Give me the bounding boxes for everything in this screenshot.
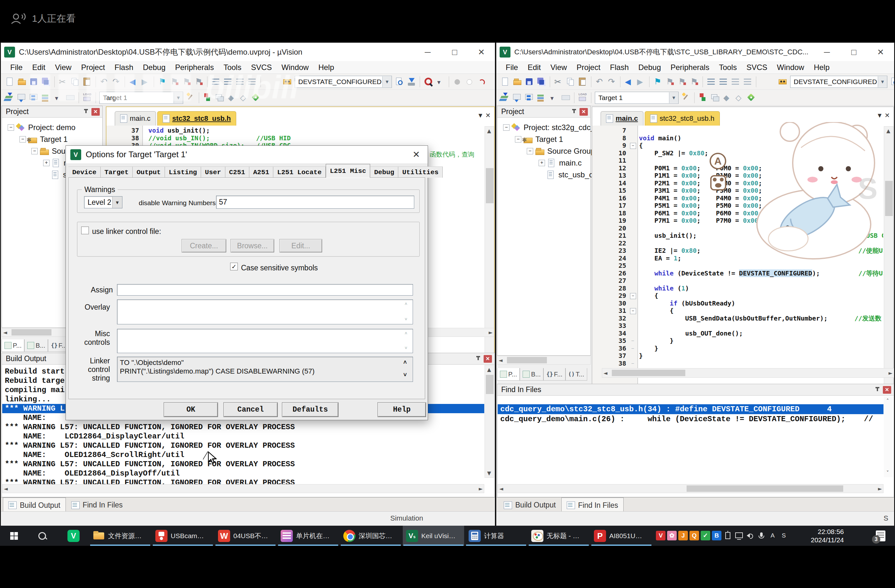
menu-edit[interactable]: Edit [523, 63, 546, 72]
menu-project[interactable]: Project [76, 63, 110, 72]
menu-peripherals[interactable]: Peripherals [666, 63, 714, 72]
window-titlebar[interactable]: VC:\Users\Administrator\Desktop\04.USB不停… [496, 43, 894, 61]
dialog-tab-listing[interactable]: Listing [165, 167, 201, 178]
maximize-button[interactable]: □ [840, 43, 867, 61]
docfind-icon[interactable] [890, 76, 894, 88]
case-sensitive-checkbox[interactable]: ✓ [230, 263, 238, 270]
undo-icon[interactable] [595, 76, 605, 88]
close-icon[interactable]: ✕ [484, 355, 492, 363]
tray-usb-device-icon[interactable] [723, 531, 733, 540]
flagg-icon[interactable] [677, 76, 687, 88]
scroll-down-icon[interactable]: ˅ [886, 470, 889, 476]
find-result-line[interactable]: cdc_query_demo\stc32_stc8_usb.h(34) : #d… [498, 404, 883, 414]
expander-icon[interactable]: − [20, 136, 26, 142]
editor-vscrollbar[interactable]: ▲▼ [485, 126, 494, 379]
menu-file[interactable]: File [5, 63, 27, 72]
panel-hscrollbar[interactable]: ◄ [497, 356, 591, 365]
flag-icon[interactable] [653, 76, 663, 88]
menu-flash[interactable]: Flash [605, 63, 634, 72]
expander-icon[interactable]: − [8, 124, 14, 131]
fold-icon[interactable]: – [630, 346, 636, 351]
tray-flower-icon[interactable]: ✿ [667, 531, 677, 540]
scroll-down-icon[interactable]: ▼ [487, 470, 491, 476]
scroll-right-icon[interactable]: ► [878, 486, 882, 492]
build-output-line[interactable]: *** WARNING L57: UNCALLED FUNCTION, IGNO… [2, 423, 484, 432]
flagg-icon[interactable] [689, 76, 699, 88]
panel-tab-2[interactable]: B... [24, 339, 48, 352]
use-linker-checkbox[interactable] [81, 227, 89, 234]
open-icon[interactable] [17, 76, 27, 88]
target-combo[interactable]: Target 1▼ [595, 92, 679, 104]
tray-microphone-icon[interactable] [757, 531, 766, 540]
menu-edit[interactable]: Edit [27, 63, 50, 72]
menu-flash[interactable]: Flash [110, 63, 138, 72]
taskbar-app-mcu[interactable]: 单片机在… [278, 526, 339, 546]
dialog-tab-device[interactable]: Device [68, 167, 101, 178]
misc-controls-input[interactable] [117, 329, 413, 353]
build-output-line[interactable]: *** WARNING L57: UNCALLED FUNCTION, IGNO… [2, 478, 484, 484]
fold-icon[interactable]: − [630, 293, 636, 299]
scroll-left-icon[interactable]: ◄ [3, 329, 7, 335]
cancel-button[interactable]: Cancel [223, 402, 278, 417]
warning-level-combo[interactable]: Level 2 ▼ [84, 196, 123, 208]
pin-icon[interactable] [875, 387, 880, 393]
symbol-combo[interactable]: DEVSTATE_CONFIGURED▼ [790, 76, 887, 88]
dialog-tab-output[interactable]: Output [133, 167, 165, 178]
dialog-close-icon[interactable]: ✕ [413, 149, 420, 160]
menu-view[interactable]: View [546, 63, 572, 72]
scroll-thumb[interactable] [885, 181, 893, 216]
menu-tools[interactable]: Tools [714, 63, 742, 72]
dialog-titlebar[interactable]: V Options for Target 'Target 1' ✕ [66, 146, 428, 163]
panel-tab-3[interactable]: {}F... [543, 368, 565, 380]
taskbar-app-usbcam[interactable]: USBcam… [152, 526, 214, 546]
tray-search-orange-icon[interactable]: Q [689, 531, 699, 540]
create-button[interactable]: Create... [182, 239, 226, 253]
pin-icon[interactable] [572, 109, 576, 115]
build-icon[interactable] [5, 92, 15, 103]
scroll-left-icon[interactable]: ◄ [4, 486, 8, 492]
tree-item[interactable]: −Target 1 [20, 133, 68, 145]
fold-icon[interactable]: − [630, 143, 636, 149]
taskbar-clock[interactable]: 22:08:562024/11/24 [811, 527, 844, 544]
fold-icon[interactable]: − [630, 308, 636, 314]
code-area[interactable]: 78void main()9−{10 P_SW2 |= 0x80;1112 P0… [592, 126, 883, 423]
close-icon[interactable]: ✕ [579, 108, 588, 116]
menu-debug[interactable]: Debug [634, 63, 666, 72]
scroll-up-icon[interactable]: ▲ [487, 128, 491, 134]
tree-item[interactable]: −Project: stc32g_cdc_q [503, 121, 599, 133]
tray-pc-manager-icon[interactable]: V [656, 531, 666, 540]
scroll-thumb[interactable] [486, 168, 493, 203]
taskbar-app-paint[interactable]: 无标题 - … [528, 526, 589, 546]
build-vscrollbar[interactable]: ▲▼ [485, 365, 494, 478]
ind3-icon[interactable] [730, 76, 740, 88]
combo-arrow-icon[interactable]: ▼ [112, 197, 122, 208]
tray-input-method-icon[interactable]: A [768, 531, 777, 540]
debugrg-icon[interactable] [698, 92, 708, 103]
pin-icon[interactable] [84, 109, 88, 115]
menu-help[interactable]: Help [809, 63, 834, 72]
dialog-tab-utilities[interactable]: Utilities [398, 167, 442, 178]
tray-monitor-icon[interactable] [734, 531, 744, 540]
assign-input[interactable] [117, 284, 413, 296]
misc-down-icon[interactable]: ˅ [405, 346, 407, 350]
build-output-line[interactable]: *** WARNING L57: UNCALLED FUNCTION, IGNO… [2, 441, 484, 450]
disable-warning-input[interactable]: 57 [216, 195, 414, 209]
menu-svcs[interactable]: SVCS [742, 63, 772, 72]
editor-tab[interactable]: main.c [601, 111, 643, 126]
find-vscrollbar[interactable]: ˄˅ [884, 397, 893, 477]
tray-java-icon[interactable]: J [678, 531, 688, 540]
expander-icon[interactable]: − [515, 136, 521, 142]
wand-icon[interactable] [681, 92, 691, 103]
taskbar-app-explorer[interactable]: 文件资源… [90, 526, 151, 546]
search-icon[interactable] [33, 526, 51, 546]
dialog-tab-l251-locate[interactable]: L251 Locate [273, 167, 326, 178]
linker-string-box[interactable]: TO ".\Objects\demo" PRINT(".\Listings\de… [117, 357, 413, 382]
back-icon[interactable] [623, 76, 634, 88]
menu-view[interactable]: View [50, 63, 76, 72]
taskbar-app-calc[interactable]: 计算器 [466, 526, 527, 546]
linker-up-icon[interactable]: ˄ [404, 359, 407, 366]
docfind-icon[interactable] [394, 76, 404, 88]
download-icon[interactable] [406, 76, 417, 88]
scroll-left-icon[interactable]: ◄ [499, 357, 502, 363]
scroll-right-icon[interactable]: ► [479, 486, 483, 492]
